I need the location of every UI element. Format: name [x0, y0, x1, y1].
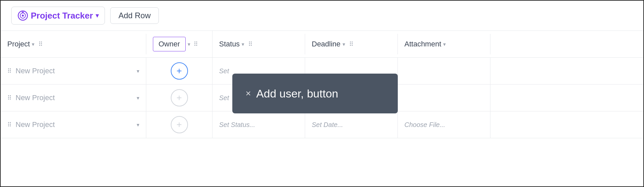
- row-2-drag-handle: ⠿: [7, 94, 12, 101]
- add-user-button[interactable]: +: [171, 89, 188, 106]
- deadline-col-drag: ⠿: [349, 40, 353, 48]
- tooltip: × Add user, button: [232, 74, 398, 113]
- owner-col-chevron: ▾: [188, 41, 190, 47]
- status-col-drag: ⠿: [248, 40, 253, 48]
- row-3-owner-cell: +: [146, 111, 212, 138]
- page-container: Project Tracker ▾ Add Row Project ▾ ⠿ Ow…: [0, 0, 644, 187]
- row-3-status-cell: Set Status...: [212, 111, 305, 138]
- row-3-drag-handle: ⠿: [7, 121, 12, 128]
- svg-point-2: [22, 15, 24, 17]
- row-2-project-chevron: ▾: [137, 95, 139, 101]
- add-user-button[interactable]: +: [171, 116, 188, 133]
- deadline-col-label: Deadline: [312, 40, 341, 48]
- column-header-project[interactable]: Project ▾ ⠿: [1, 34, 146, 54]
- row-3-project-text: New Project: [16, 120, 55, 129]
- status-col-label: Status: [219, 40, 240, 48]
- add-row-button[interactable]: Add Row: [110, 7, 159, 24]
- toolbar: Project Tracker ▾ Add Row: [1, 1, 643, 31]
- row-1-project-cell: ⠿ New Project ▾: [1, 58, 146, 84]
- row-3-project-cell: ⠿ New Project ▾: [1, 111, 146, 138]
- row-1-project-chevron: ▾: [137, 68, 139, 74]
- row-2-project-text: New Project: [16, 94, 55, 102]
- row-3-project-chevron: ▾: [137, 122, 139, 128]
- project-tracker-icon: [18, 10, 28, 21]
- project-col-label: Project: [7, 40, 30, 48]
- tooltip-close-button[interactable]: ×: [246, 88, 251, 99]
- project-col-drag: ⠿: [38, 40, 43, 48]
- column-header-status[interactable]: Status ▾ ⠿: [212, 34, 305, 54]
- table-row: ⠿ New Project ▾ + Set Status... Set Date…: [1, 111, 643, 138]
- owner-col-active-label: Owner: [153, 37, 186, 51]
- row-1-owner-cell: +: [146, 58, 212, 84]
- project-title-button[interactable]: Project Tracker ▾: [11, 7, 105, 25]
- owner-col-drag: ⠿: [194, 40, 198, 48]
- tooltip-text: Add user, button: [256, 87, 338, 100]
- row-2-attachment-cell: [398, 85, 490, 111]
- row-3-attachment-cell: Choose File...: [398, 111, 490, 138]
- row-1-drag-handle: ⠿: [7, 67, 12, 75]
- row-2-owner-cell: +: [146, 85, 212, 111]
- attachment-col-label: Attachment: [404, 40, 441, 48]
- attachment-col-chevron: ▾: [443, 41, 446, 47]
- row-3-deadline-cell: Set Date...: [305, 111, 398, 138]
- project-col-chevron: ▾: [32, 41, 34, 47]
- status-col-chevron: ▾: [242, 41, 244, 47]
- project-title-label: Project Tracker: [31, 11, 93, 21]
- project-title-chevron: ▾: [96, 12, 99, 19]
- deadline-col-chevron: ▾: [343, 41, 345, 47]
- add-user-button[interactable]: +: [171, 62, 188, 80]
- column-header-owner[interactable]: Owner ▾ ⠿: [146, 31, 212, 57]
- table-header: Project ▾ ⠿ Owner ▾ ⠿ Status ▾ ⠿ Deadlin…: [1, 31, 643, 58]
- row-1-attachment-cell: [398, 58, 490, 84]
- column-header-attachment[interactable]: Attachment ▾: [398, 34, 490, 54]
- row-2-project-cell: ⠿ New Project ▾: [1, 85, 146, 111]
- row-1-project-text: New Project: [16, 67, 55, 75]
- column-header-deadline[interactable]: Deadline ▾ ⠿: [305, 34, 398, 54]
